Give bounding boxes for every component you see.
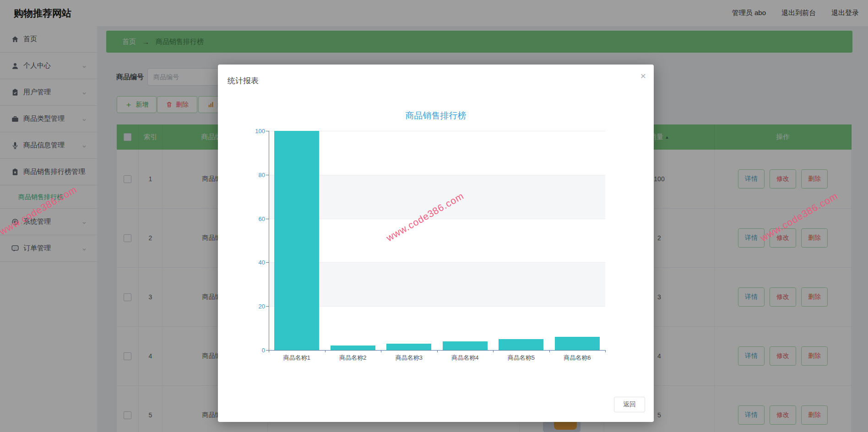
gridline <box>269 219 605 219</box>
bar <box>443 341 488 350</box>
x-axis-label: 商品名称6 <box>564 354 591 362</box>
x-axis-label: 商品名称5 <box>508 354 535 362</box>
y-axis-label: 100 <box>247 128 265 135</box>
bar <box>555 337 600 350</box>
y-axis-label: 0 <box>247 347 265 354</box>
gridline <box>269 131 605 131</box>
y-axis-line <box>269 131 269 350</box>
gridline <box>269 175 605 175</box>
gridline <box>269 262 605 263</box>
x-axis-label: 商品名称4 <box>451 354 478 362</box>
x-axis-label: 商品名称1 <box>283 354 310 362</box>
stat-report-modal: 统计报表 × 商品销售排行榜 020406080100商品名称1商品名称2商品名… <box>218 65 654 422</box>
bar <box>274 131 319 350</box>
chart-title: 商品销售排行榜 <box>218 110 654 122</box>
y-axis-label: 40 <box>247 259 265 266</box>
gridline <box>269 306 605 307</box>
bar <box>386 344 431 350</box>
bar <box>499 339 543 350</box>
x-axis-label: 商品名称3 <box>396 354 423 362</box>
split-area-band <box>269 262 605 306</box>
bar <box>331 346 375 350</box>
back-button[interactable]: 返回 <box>614 397 645 412</box>
y-axis-label: 20 <box>247 303 265 310</box>
x-axis-line <box>269 350 605 351</box>
split-area-band <box>269 175 605 219</box>
y-axis-label: 60 <box>247 215 265 222</box>
sales-rank-chart: 商品销售排行榜 020406080100商品名称1商品名称2商品名称3商品名称4… <box>218 65 654 385</box>
y-axis-label: 80 <box>247 171 265 178</box>
x-axis-label: 商品名称2 <box>339 354 366 362</box>
page-root: 购物推荐网站 管理员 abo 退出到前台 退出登录 首页个人中心用户管理商品类型… <box>0 0 868 432</box>
